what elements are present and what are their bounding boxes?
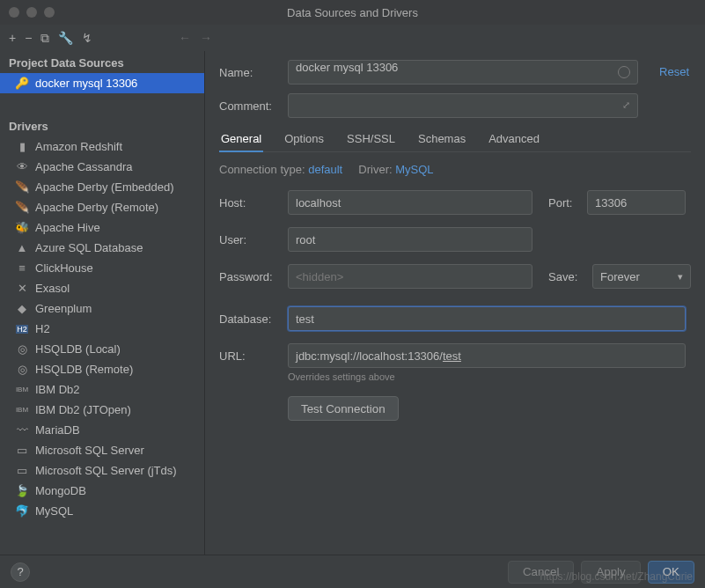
comment-input[interactable]: ⤢: [288, 93, 638, 118]
remove-icon[interactable]: −: [25, 31, 32, 45]
driver-item[interactable]: ◎HSQLDB (Local): [0, 339, 204, 359]
driver-item[interactable]: 👁Apache Cassandra: [0, 157, 204, 177]
driver-item[interactable]: ✕Exasol: [0, 278, 204, 298]
datasource-item-selected[interactable]: 🔑 docker mysql 13306: [0, 73, 204, 93]
driver-item[interactable]: ▲Azure SQL Database: [0, 238, 204, 258]
connection-type-line: Connection type: default Driver: MySQL: [219, 163, 691, 176]
drivers-header: Drivers: [0, 114, 204, 136]
user-label: User:: [219, 233, 288, 246]
driver-icon: 👁: [16, 160, 28, 173]
name-input[interactable]: docker mysql 13306: [288, 60, 638, 85]
driver-link[interactable]: MySQL: [395, 163, 433, 176]
driver-icon: 🐬: [16, 504, 28, 518]
driver-icon: ◎: [16, 342, 28, 356]
tab-options[interactable]: Options: [283, 127, 326, 151]
driver-icon: ✕: [16, 282, 28, 295]
driver-item[interactable]: 🐝Apache Hive: [0, 217, 204, 238]
driver-icon: IBM: [16, 386, 28, 393]
driver-item[interactable]: 🪶Apache Derby (Embedded): [0, 177, 204, 197]
url-label: URL:: [219, 349, 288, 363]
database-input[interactable]: [288, 306, 686, 331]
driver-item[interactable]: ▮Amazon Redshift: [0, 136, 204, 157]
driver-icon: ▭: [16, 464, 28, 477]
toolbar: + − ⧉ 🔧 ↯ ← →: [0, 25, 705, 51]
driver-item[interactable]: ◆Greenplum: [0, 298, 204, 319]
forward-icon[interactable]: →: [200, 31, 212, 45]
driver-icon: ▲: [16, 241, 28, 254]
ok-button[interactable]: OK: [648, 561, 694, 584]
driver-item[interactable]: ▭Microsoft SQL Server (jTds): [0, 460, 204, 481]
url-input[interactable]: jdbc:mysql://localhost:13306/test: [288, 343, 686, 368]
driver-icon: ◎: [16, 363, 28, 376]
reset-link[interactable]: Reset: [659, 65, 689, 78]
driver-item[interactable]: IBMIBM Db2: [0, 379, 204, 400]
port-input[interactable]: [587, 190, 686, 215]
port-label: Port:: [548, 196, 587, 209]
clear-icon[interactable]: [618, 66, 630, 78]
driver-icon: ≡: [16, 261, 28, 275]
apply-button[interactable]: Apply: [581, 561, 640, 584]
project-ds-header: Project Data Sources: [0, 51, 204, 73]
driver-icon: 〰: [16, 423, 28, 437]
save-label: Save:: [548, 270, 592, 283]
add-icon[interactable]: +: [9, 31, 16, 45]
database-label: Database:: [219, 312, 288, 326]
settings-icon[interactable]: 🔧: [58, 31, 73, 45]
driver-icon: ◆: [16, 302, 28, 315]
driver-icon: ▮: [16, 140, 28, 153]
tab-advanced[interactable]: Advanced: [487, 127, 541, 151]
tab-schemas[interactable]: Schemas: [416, 127, 467, 151]
drivers-list: ▮Amazon Redshift 👁Apache Cassandra 🪶Apac…: [0, 136, 204, 555]
back-icon[interactable]: ←: [179, 31, 191, 45]
driver-icon: H2: [16, 325, 28, 334]
password-label: Password:: [219, 270, 288, 283]
copy-icon[interactable]: ⧉: [40, 31, 49, 46]
driver-item[interactable]: ◎HSQLDB (Remote): [0, 359, 204, 379]
make-global-icon[interactable]: ↯: [82, 31, 92, 45]
datasource-label: docker mysql 13306: [35, 77, 137, 90]
driver-icon: 🪶: [16, 180, 28, 194]
tab-ssh-ssl[interactable]: SSH/SSL: [345, 127, 397, 151]
host-input[interactable]: [288, 190, 532, 215]
host-label: Host:: [219, 196, 288, 209]
window-title: Data Sources and Drivers: [0, 6, 705, 19]
driver-item[interactable]: 🪶Apache Derby (Remote): [0, 197, 204, 217]
driver-item[interactable]: 🍃MongoDB: [0, 481, 204, 501]
help-button[interactable]: ?: [11, 562, 30, 582]
driver-item[interactable]: ≡ClickHouse: [0, 258, 204, 278]
titlebar: Data Sources and Drivers: [0, 0, 705, 25]
driver-icon: 🪶: [16, 201, 28, 214]
expand-icon[interactable]: ⤢: [622, 99, 630, 111]
test-connection-button[interactable]: Test Connection: [288, 396, 399, 421]
driver-item[interactable]: H2H2: [0, 319, 204, 339]
tab-bar: General Options SSH/SSL Schemas Advanced: [219, 127, 691, 152]
driver-item[interactable]: 〰MariaDB: [0, 420, 204, 440]
tab-general[interactable]: General: [219, 127, 263, 152]
main-panel: Reset Name: docker mysql 13306 Comment: …: [205, 51, 705, 555]
conn-type-link[interactable]: default: [308, 163, 342, 176]
driver-item[interactable]: IBMIBM Db2 (JTOpen): [0, 400, 204, 420]
cancel-button[interactable]: Cancel: [508, 561, 575, 584]
footer: ? Cancel Apply OK: [0, 555, 705, 588]
user-input[interactable]: [288, 227, 532, 252]
driver-icon: 🍃: [16, 484, 28, 497]
sidebar: Project Data Sources 🔑 docker mysql 1330…: [0, 51, 205, 555]
driver-icon: ▭: [16, 444, 28, 457]
driver-item[interactable]: ▭Microsoft SQL Server: [0, 440, 204, 460]
driver-icon: 🐝: [16, 221, 28, 234]
comment-label: Comment:: [219, 99, 288, 113]
name-label: Name:: [219, 66, 288, 79]
driver-icon: IBM: [16, 406, 28, 414]
mysql-icon: 🔑: [16, 77, 28, 90]
password-input[interactable]: [288, 264, 532, 289]
url-hint: Overrides settings above: [288, 371, 691, 382]
save-select[interactable]: Forever: [592, 264, 691, 289]
driver-item[interactable]: 🐬MySQL: [0, 501, 204, 521]
